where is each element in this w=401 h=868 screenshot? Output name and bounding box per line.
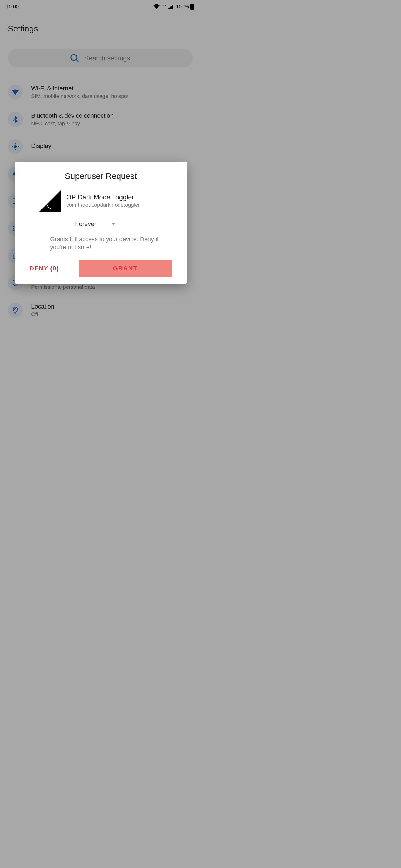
duration-dropdown[interactable]: Forever <box>15 220 187 227</box>
deny-button[interactable]: DENY (8) <box>30 265 59 272</box>
chevron-down-icon <box>111 223 116 225</box>
dialog-title: Superuser Request <box>15 172 187 181</box>
duration-value: Forever <box>75 220 96 227</box>
dialog-button-row: DENY (8) GRANT <box>15 260 187 277</box>
app-package: com.harout.opdarkmodetoggler <box>66 202 140 208</box>
app-icon <box>38 189 62 213</box>
warning-text: Grants full access to your device. Deny … <box>15 235 187 251</box>
requesting-app-row: OP Dark Mode Toggler com.harout.opdarkmo… <box>15 189 187 213</box>
superuser-dialog: Superuser Request OP Dark Mode Toggler c… <box>15 162 187 284</box>
app-name: OP Dark Mode Toggler <box>66 193 140 201</box>
grant-button[interactable]: GRANT <box>79 260 172 277</box>
